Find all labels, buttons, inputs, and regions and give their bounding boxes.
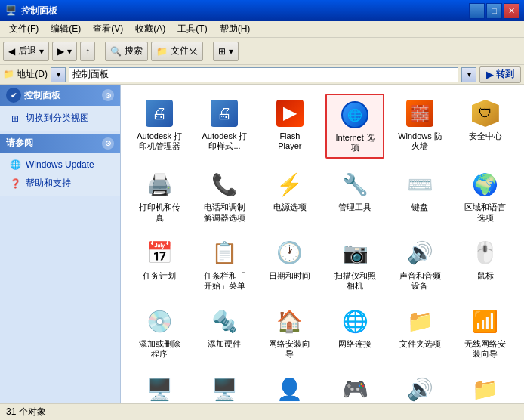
icon-item-datetime[interactable]: 🕐日期和时间	[260, 233, 319, 295]
icon-item-admin-tools[interactable]: 🔧管理工具	[325, 165, 384, 227]
address-input[interactable]: 控制面板	[69, 67, 458, 82]
back-dropdown-icon: ▾	[39, 46, 44, 57]
status-bar: 31 个对象	[0, 403, 524, 420]
back-button[interactable]: ◀ 后退 ▾	[3, 42, 49, 61]
icon-item-fonts[interactable]: 📁字体	[456, 370, 515, 404]
forward-arrow-icon: ▶	[57, 46, 64, 57]
icons-grid: 🖨 Autodesk 打 印机管理器 🖨 Autodesk 打 印样式... ▶…	[127, 91, 518, 403]
menu-file[interactable]: 文件(F)	[3, 21, 45, 37]
forward-dropdown-icon: ▾	[67, 46, 72, 57]
control-panel-check-icon: ✔	[6, 88, 21, 103]
icon-item-add-hardware[interactable]: 🔩添加硬件	[195, 301, 254, 363]
up-button[interactable]: ↑	[80, 42, 95, 61]
icon-item-display[interactable]: 🖥️显示	[195, 370, 254, 404]
icon-item-network-connections[interactable]: 🌐网络连接	[325, 301, 384, 363]
network-connections-label: 网络连接	[338, 339, 371, 349]
back-arrow-icon: ◀	[8, 46, 15, 57]
sidebar-collapse-btn[interactable]: ⊙	[102, 89, 114, 101]
sidebar: ✔ 控制面板 ⊙ ⊞ 切换到分类视图 请参阅 ⊙	[0, 85, 121, 403]
toolbar-separator-2	[208, 43, 208, 60]
printer-fax-label: 打印机和传 真	[139, 202, 180, 222]
address-combo-dropdown[interactable]: ▾	[461, 67, 476, 82]
minimize-button[interactable]: ─	[469, 3, 485, 19]
sidebar-item-windows-update[interactable]: 🌐 Windows Update	[0, 156, 120, 174]
title-controls: ─ □ ✕	[469, 3, 519, 19]
sidebar-item-category-view[interactable]: ⊞ 切换到分类视图	[0, 109, 120, 128]
menu-tools[interactable]: 工具(T)	[171, 21, 213, 37]
search-button[interactable]: 🔍 搜索	[105, 42, 148, 61]
regional-lang-icon: 🌍	[470, 169, 501, 199]
icon-item-phone-modem[interactable]: 📞电话和调制 解调器选项	[195, 165, 254, 227]
sound-audio-icon: 🔊	[405, 238, 435, 268]
views-button[interactable]: ⊞ ▾	[213, 42, 239, 61]
views-icon: ⊞	[218, 46, 226, 57]
menu-edit[interactable]: 编辑(E)	[45, 21, 87, 37]
icon-item-scheduled-tasks[interactable]: 📅任务计划	[130, 233, 189, 295]
flash-player-label: Flash Player	[278, 131, 301, 151]
keyboard-icon: ⌨️	[405, 169, 435, 199]
restore-button[interactable]: □	[486, 3, 502, 19]
sidebar-header-control-panel: ✔ 控制面板 ⊙	[0, 85, 120, 106]
menu-view[interactable]: 查看(V)	[87, 21, 129, 37]
icon-item-internet-options[interactable]: 🌐 Internet 选 项	[325, 94, 384, 159]
icon-item-folder-options[interactable]: 📁文件夹选项	[390, 301, 449, 363]
icon-item-flash-player[interactable]: ▶ Flash Player	[260, 94, 319, 159]
add-hardware-label: 添加硬件	[208, 339, 241, 349]
see-also-header-left: 请参阅	[6, 137, 33, 150]
menu-help[interactable]: 帮助(H)	[214, 21, 257, 37]
icon-item-printer-fax[interactable]: 🖨️打印机和传 真	[130, 165, 189, 227]
datetime-label: 日期和时间	[269, 271, 310, 281]
windows-update-icon: 🌐	[9, 159, 21, 171]
mouse-icon: 🖱️	[470, 238, 501, 268]
go-button[interactable]: ▶ 转到	[479, 66, 521, 83]
add-hardware-icon: 🔩	[209, 306, 239, 336]
icon-item-security-center[interactable]: 🛡 安全中心	[456, 94, 515, 159]
sidebar-item-help-support[interactable]: ❓ 帮助和支持	[0, 174, 120, 193]
icon-item-regional-lang[interactable]: 🌍区域和语言 选项	[456, 165, 515, 227]
address-dropdown[interactable]: ▾	[51, 67, 66, 82]
forward-button[interactable]: ▶ ▾	[52, 42, 77, 61]
sound-audio-label: 声音和音频 设备	[399, 271, 441, 291]
icon-item-user-accounts[interactable]: 👤用户帐户	[260, 370, 319, 404]
go-arrow-icon: ▶	[486, 69, 493, 80]
close-button[interactable]: ✕	[504, 3, 519, 19]
icon-item-network-wizard[interactable]: 🏠网络安装向 导	[260, 301, 319, 363]
icon-item-keyboard[interactable]: ⌨️键盘	[390, 165, 449, 227]
icon-item-speech[interactable]: 🔊语音	[390, 370, 449, 404]
autodesk-printer-mgr-icon: 🖨	[144, 98, 174, 128]
see-also-collapse-btn[interactable]: ⊙	[102, 137, 114, 150]
icon-item-power-options[interactable]: ⚡电源选项	[260, 165, 319, 227]
icon-item-windows-firewall[interactable]: 🧱 Windows 防 火墙	[390, 94, 449, 159]
icon-item-add-remove-programs[interactable]: 💿添加或删除 程序	[130, 301, 189, 363]
icon-item-wireless-wizard[interactable]: 📶无线网络安 装向导	[456, 301, 515, 363]
title-icon: 🖥️	[5, 5, 17, 17]
folders-label: 文件夹	[171, 45, 198, 57]
icon-item-game-controllers[interactable]: 🎮游戏控制器	[325, 370, 384, 404]
address-folder-icon: 📁	[3, 69, 14, 79]
icon-item-autodesk-printer-style[interactable]: 🖨 Autodesk 打 印样式...	[195, 94, 254, 159]
main-layout: ✔ 控制面板 ⊙ ⊞ 切换到分类视图 请参阅 ⊙	[0, 85, 524, 403]
icon-item-taskbar-start[interactable]: 📋任条栏和「 开始」菜单	[195, 233, 254, 295]
taskbar-start-label: 任条栏和「 开始」菜单	[204, 271, 245, 291]
icon-item-sound-audio[interactable]: 🔊声音和音频 设备	[390, 233, 449, 295]
internet-options-label: Internet 选 项	[335, 133, 374, 153]
windows-update-label: Windows Update	[26, 159, 94, 170]
icon-item-autodesk-printer-mgr[interactable]: 🖨 Autodesk 打 印机管理器	[130, 94, 189, 159]
game-controllers-icon: 🎮	[340, 375, 370, 404]
folders-button[interactable]: 📁 文件夹	[151, 42, 203, 61]
display-icon: 🖥️	[209, 375, 239, 404]
toolbar-separator-1	[100, 43, 100, 60]
autodesk-printer-style-icon: 🖨	[209, 98, 239, 128]
icon-item-system[interactable]: 🖥️系统	[130, 370, 189, 404]
views-dropdown-icon: ▾	[229, 46, 233, 57]
icon-item-scanner-camera[interactable]: 📷扫描仪和照 相机	[325, 233, 384, 295]
windows-firewall-label: Windows 防 火墙	[398, 131, 442, 151]
datetime-icon: 🕐	[275, 238, 305, 268]
mouse-label: 鼠标	[477, 271, 494, 281]
category-view-label: 切换到分类视图	[26, 112, 89, 125]
phone-modem-icon: 📞	[209, 169, 239, 199]
phone-modem-label: 电话和调制 解调器选项	[204, 202, 245, 222]
add-remove-programs-icon: 💿	[144, 306, 174, 336]
icon-item-mouse[interactable]: 🖱️鼠标	[456, 233, 515, 295]
menu-favorites[interactable]: 收藏(A)	[129, 21, 171, 37]
